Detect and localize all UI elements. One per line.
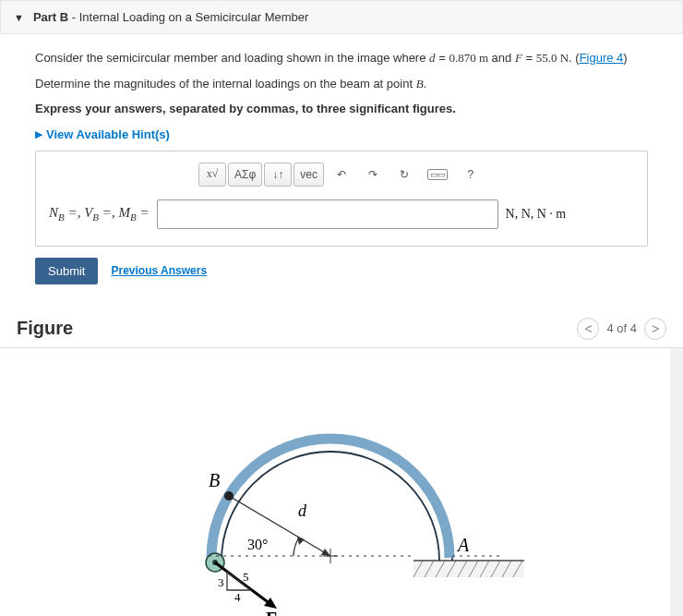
prompt-line-2: Determine the magnitudes of the internal… bbox=[35, 75, 648, 93]
label-angle: 30° bbox=[247, 537, 268, 552]
answer-input[interactable] bbox=[157, 199, 498, 229]
prompt-line-1: Consider the semicircular member and loa… bbox=[35, 49, 648, 67]
svg-line-18 bbox=[229, 496, 330, 556]
answer-lhs: NB =, VB =, MB = bbox=[49, 205, 150, 223]
pager-next-button[interactable]: > bbox=[644, 318, 666, 340]
answer-units: N, N, N · m bbox=[506, 207, 567, 222]
help-button[interactable]: ? bbox=[457, 163, 485, 187]
reset-button[interactable]: ↻ bbox=[390, 163, 418, 187]
keyboard-button[interactable]: ▭▭ bbox=[422, 163, 453, 187]
answer-area: x√ ΑΣφ ↓↑ vec ↶ ↷ ↻ ▭▭ ? NB =, VB =, MB … bbox=[35, 151, 648, 247]
label-4: 4 bbox=[234, 590, 241, 604]
svg-point-21 bbox=[224, 491, 234, 501]
subscript-button[interactable]: ↓↑ bbox=[264, 163, 292, 187]
figure-link[interactable]: Figure 4 bbox=[580, 51, 624, 65]
hints-toggle[interactable]: ▶ View Available Hint(s) bbox=[35, 127, 648, 141]
figure-viewport: ▴ ▾ d 30° B bbox=[0, 348, 683, 617]
label-d: d bbox=[298, 501, 307, 520]
label-B: B bbox=[209, 470, 220, 490]
equation-toolbar: x√ ΑΣφ ↓↑ vec ↶ ↷ ↻ ▭▭ ? bbox=[49, 163, 634, 187]
chevron-right-icon: ▶ bbox=[35, 128, 42, 140]
label-F: F bbox=[266, 609, 277, 617]
undo-button[interactable]: ↶ bbox=[328, 163, 355, 187]
redo-button[interactable]: ↷ bbox=[359, 163, 387, 187]
label-3: 3 bbox=[218, 575, 224, 589]
svg-marker-19 bbox=[321, 549, 330, 556]
label-5: 5 bbox=[243, 570, 249, 584]
label-A: A bbox=[456, 535, 470, 555]
part-title: Part B - Internal Loading on a Semicircu… bbox=[33, 10, 308, 24]
collapse-icon: ▼ bbox=[14, 12, 24, 23]
template-button[interactable]: x√ bbox=[198, 163, 226, 187]
instruction-line: Express your answers, separated by comma… bbox=[35, 100, 648, 118]
figure-pager: < 4 of 4 > bbox=[577, 318, 666, 340]
figure-svg: d 30° B A F 3 4 5 bbox=[137, 348, 533, 617]
vec-button[interactable]: vec bbox=[294, 163, 324, 187]
figure-heading: Figure bbox=[17, 318, 73, 339]
previous-answers-link[interactable]: Previous Answers bbox=[111, 264, 207, 277]
scroll-up-icon[interactable]: ▴ bbox=[671, 348, 682, 361]
pager-text: 4 of 4 bbox=[606, 321, 637, 335]
pager-prev-button[interactable]: < bbox=[577, 318, 599, 340]
part-header[interactable]: ▼ Part B - Internal Loading on a Semicir… bbox=[0, 0, 683, 34]
question-content: Consider the semicircular member and loa… bbox=[0, 34, 683, 310]
figure-header: Figure < 4 of 4 > bbox=[0, 310, 683, 348]
submit-button[interactable]: Submit bbox=[35, 258, 98, 284]
svg-rect-0 bbox=[413, 561, 524, 577]
greek-button[interactable]: ΑΣφ bbox=[228, 163, 262, 187]
